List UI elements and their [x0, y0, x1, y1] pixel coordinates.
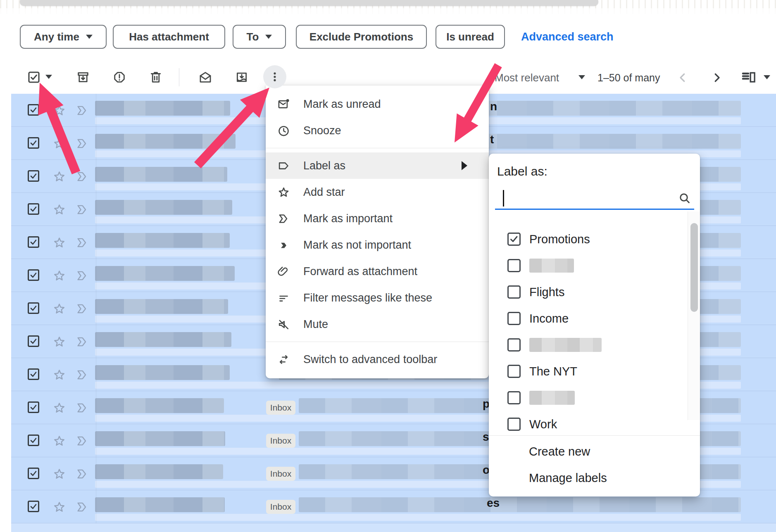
- split-pane-dropdown[interactable]: [764, 75, 770, 79]
- move-to-button[interactable]: [231, 66, 252, 88]
- menu-item-mute[interactable]: Mute: [266, 311, 489, 337]
- row-checkbox-checked[interactable]: [28, 170, 39, 182]
- row-checkbox-checked[interactable]: [28, 501, 39, 512]
- menu-item-label: Mute: [303, 318, 328, 331]
- label-name: Income: [529, 312, 569, 325]
- filter-chip-to[interactable]: To: [233, 25, 286, 49]
- checkbox-unchecked-icon[interactable]: [507, 338, 521, 352]
- report-spam-button[interactable]: [109, 66, 130, 88]
- star-icon[interactable]: [52, 401, 66, 415]
- label-option-the-nyt[interactable]: The NYT: [489, 358, 687, 385]
- advanced-search-link[interactable]: Advanced search: [521, 31, 614, 43]
- split-pane-toggle[interactable]: [740, 69, 759, 86]
- filter-chip-is-unread[interactable]: Is unread: [436, 25, 505, 49]
- star-icon[interactable]: [52, 203, 66, 216]
- row-checkbox-checked[interactable]: [28, 468, 39, 479]
- filter-chip-any-time[interactable]: Any time: [20, 25, 107, 49]
- checkbox-unchecked-icon[interactable]: [507, 418, 521, 431]
- importance-marker-icon[interactable]: [75, 137, 90, 150]
- menu-item-mark-as-unread[interactable]: Mark as unread: [266, 91, 489, 117]
- action-manage-labels[interactable]: Manage labels: [489, 465, 700, 491]
- checkbox-unchecked-icon[interactable]: [507, 285, 521, 299]
- star-icon[interactable]: [52, 335, 66, 349]
- star-icon[interactable]: [52, 500, 66, 514]
- importance-marker-icon[interactable]: [75, 170, 90, 183]
- importance-marker-icon[interactable]: [75, 467, 90, 481]
- chevron-down-icon: [45, 75, 52, 79]
- delete-button[interactable]: [145, 66, 167, 88]
- checkbox-unchecked-icon[interactable]: [507, 312, 521, 325]
- checkbox-unchecked-icon[interactable]: [507, 259, 521, 272]
- subject-fragment: es: [487, 496, 500, 510]
- checkbox-unchecked-icon[interactable]: [507, 391, 521, 404]
- chevron-down-icon: [86, 35, 93, 39]
- importance-marker-icon[interactable]: [75, 368, 90, 382]
- select-all-checkbox[interactable]: [23, 66, 45, 88]
- row-checkbox-checked[interactable]: [28, 269, 39, 281]
- chevron-down-icon[interactable]: [578, 75, 585, 79]
- star-icon[interactable]: [52, 104, 66, 117]
- filter-chip-exclude-promotions[interactable]: Exclude Promotions: [296, 25, 427, 49]
- filter-chip-label: Exclude Promotions: [309, 31, 413, 43]
- label-option-work[interactable]: Work: [489, 411, 687, 435]
- row-checkbox-checked[interactable]: [28, 203, 39, 215]
- importance-marker-icon[interactable]: [75, 236, 90, 249]
- importance-marker-icon[interactable]: [75, 269, 90, 283]
- filter-chip-has-attachment[interactable]: Has attachment: [113, 25, 225, 49]
- previous-page-button[interactable]: [674, 69, 691, 86]
- checkbox-checked-icon[interactable]: [507, 233, 521, 246]
- row-checkbox-checked[interactable]: [28, 104, 39, 116]
- menu-item-switch-to-advanced-toolbar[interactable]: Switch to advanced toolbar: [266, 346, 489, 373]
- importance-marker-icon[interactable]: [75, 500, 90, 514]
- star-icon[interactable]: [52, 434, 66, 448]
- label-option-blurred[interactable]: [489, 385, 687, 411]
- next-page-button[interactable]: [709, 69, 725, 86]
- row-checkbox-checked[interactable]: [28, 302, 39, 314]
- row-checkbox-checked[interactable]: [28, 401, 39, 413]
- star-icon[interactable]: [52, 137, 66, 150]
- select-all-dropdown[interactable]: [45, 75, 52, 79]
- action-create-new[interactable]: Create new: [489, 438, 700, 465]
- row-checkbox-checked[interactable]: [28, 368, 39, 380]
- label-search-input[interactable]: [505, 188, 672, 207]
- importance-marker-icon[interactable]: [75, 104, 90, 117]
- row-checkbox-checked[interactable]: [28, 236, 39, 248]
- menu-item-add-star[interactable]: Add star: [266, 179, 489, 205]
- chevron-right-icon: [711, 71, 723, 84]
- scrollbar-thumb[interactable]: [690, 223, 698, 312]
- menu-item-filter-messages-like-these[interactable]: Filter messages like these: [266, 285, 489, 311]
- row-checkbox-checked[interactable]: [28, 435, 39, 446]
- star-icon[interactable]: [52, 368, 66, 382]
- menu-item-forward-as-attachment[interactable]: Forward as attachment: [266, 258, 489, 285]
- archive-button[interactable]: [72, 66, 94, 88]
- importance-marker-icon[interactable]: [75, 335, 90, 349]
- importance-marker-icon[interactable]: [75, 401, 90, 415]
- star-icon[interactable]: [52, 170, 66, 183]
- star-icon[interactable]: [52, 302, 66, 316]
- menu-item-mark-as-not-important[interactable]: Mark as not important: [266, 232, 489, 258]
- star-icon[interactable]: [52, 269, 66, 283]
- label-option-income[interactable]: Income: [489, 305, 687, 332]
- importance-marker-icon[interactable]: [75, 302, 90, 316]
- label-option-blurred[interactable]: [489, 252, 687, 279]
- menu-item-label-as[interactable]: Label as: [266, 152, 489, 179]
- importance-marker-icon[interactable]: [75, 203, 90, 216]
- label-option-blurred[interactable]: [489, 332, 687, 358]
- not-important-icon: [277, 239, 290, 252]
- open-envelope-icon: [198, 70, 212, 84]
- label-option-promotions[interactable]: Promotions: [489, 226, 687, 252]
- mark-as-read-button[interactable]: [195, 66, 216, 88]
- row-checkbox-checked[interactable]: [28, 137, 39, 149]
- sort-dropdown[interactable]: Most relevant: [495, 71, 559, 84]
- importance-marker-icon[interactable]: [75, 434, 90, 448]
- star-icon[interactable]: [52, 467, 66, 481]
- label-search-field[interactable]: [495, 187, 694, 210]
- checkbox-unchecked-icon[interactable]: [507, 365, 521, 378]
- star-icon[interactable]: [52, 236, 66, 249]
- more-options-button[interactable]: [263, 65, 286, 88]
- sender-blurred: [95, 167, 227, 182]
- menu-item-mark-as-important[interactable]: Mark as important: [266, 205, 489, 232]
- row-checkbox-checked[interactable]: [28, 335, 39, 347]
- menu-item-snooze[interactable]: Snooze: [266, 117, 489, 144]
- label-option-flights[interactable]: Flights: [489, 279, 687, 305]
